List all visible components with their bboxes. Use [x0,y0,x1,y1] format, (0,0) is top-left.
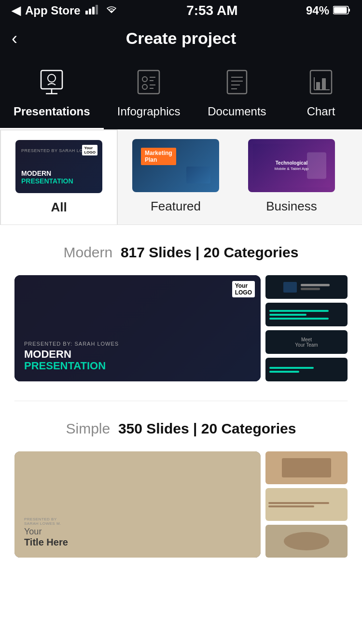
tab-chart-label: Chart [307,105,335,118]
teal-line-4 [269,367,314,369]
simple-stats: 350 Slides | 20 Categories [118,420,296,436]
section-modern: Modern 817 Slides | 20 Categories YourLO… [0,225,362,381]
teal-line-5 [269,371,299,373]
page-header: ‹ Create project [0,21,362,57]
category-tabs: Presentations Infographics [0,57,362,129]
modern-thumb-3[interactable]: MeetYour Team [265,330,348,354]
svg-rect-2 [92,7,95,14]
tab-chart[interactable]: Chart [280,57,362,129]
content-area: Modern 817 Slides | 20 Categories YourLO… [0,225,362,577]
modern-main-preview[interactable]: YourLOGO PRESENTED BY: SARAH LOWES MODER… [14,275,261,381]
tab-documents-label: Documents [208,105,266,118]
subcategory-all[interactable]: PRESENTED BY SARAH LOWES YourLOGO MODERN… [0,129,118,224]
subcategory-featured[interactable]: MarketingPlan Featured [118,129,234,224]
teal-line-2 [269,314,306,316]
business-thumbnail: TechnologicalMobile & Tablet App [248,139,335,192]
section-simple: Simple 350 Slides | 20 Categories Presen… [0,401,362,558]
all-thumbnail: PRESENTED BY SARAH LOWES YourLOGO MODERN… [15,140,102,193]
svg-point-10 [48,74,56,82]
modern-preview-grid: YourLOGO PRESENTED BY: SARAH LOWES MODER… [14,275,348,381]
svg-rect-0 [85,11,88,14]
page-title: Create project [126,29,237,48]
svg-rect-5 [348,9,350,12]
subcategory-all-label: All [51,200,67,215]
chart-icon [304,65,338,99]
status-time: 7:53 AM [186,3,237,18]
featured-thumbnail: MarketingPlan [132,139,219,192]
simple-your: Your [24,527,251,537]
simple-thumb-3[interactable] [265,525,348,558]
signal-bars-icon [85,4,100,17]
modern-thumb-1[interactable] [265,275,348,299]
infographics-icon [132,65,166,99]
subcategory-business-label: Business [266,199,317,214]
svg-rect-18 [227,70,247,94]
svg-rect-26 [316,82,320,90]
modern-thumb-2[interactable] [265,303,348,326]
tab-presentations-label: Presentations [14,105,90,118]
modern-thumb-4[interactable] [265,358,348,381]
svg-rect-6 [334,7,347,14]
simple-title: Title Here [24,537,251,548]
svg-rect-11 [138,70,159,94]
tab-documents[interactable]: Documents [194,57,280,129]
battery-percent: 94% [306,4,329,17]
status-right: 94% [306,4,350,17]
presentations-icon [35,65,69,99]
modern-prefix: Modern [64,244,113,260]
svg-rect-3 [96,5,98,14]
tab-infographics[interactable]: Infographics [104,57,194,129]
svg-rect-1 [89,9,91,14]
simple-thumb-1[interactable] [265,451,348,484]
carrier-label: App Store [25,4,81,17]
svg-rect-7 [41,70,62,89]
battery-icon [333,4,350,17]
back-button[interactable]: ‹ [12,28,17,49]
modern-side-thumbs: MeetYour Team [265,275,348,381]
modern-title: MODERN [24,349,251,360]
subcategory-row: PRESENTED BY SARAH LOWES YourLOGO MODERN… [0,129,362,225]
wifi-icon [105,4,118,17]
subcategory-featured-label: Featured [151,199,201,214]
svg-point-12 [142,77,147,82]
back-carrier-icon: ◀ [12,4,20,17]
svg-rect-27 [322,78,326,90]
modern-logo: YourLOGO [232,281,255,297]
status-bar: ◀ App Store 7:53 AM 94% [0,0,362,21]
modern-subtitle: PRESENTATION [24,360,251,372]
simple-prefix: Simple [66,420,111,436]
teal-line-1 [269,310,329,312]
modern-section-title: Modern 817 Slides | 20 Categories [0,244,362,261]
simple-preview-grid: Presented bySarah Lowes M. Your Title He… [14,451,348,558]
modern-presented-by: PRESENTED BY: SARAH LOWES [24,341,251,347]
simple-main-preview[interactable]: Presented bySarah Lowes M. Your Title He… [14,451,261,558]
teal-line-3 [269,318,329,320]
modern-stats: 817 Slides | 20 Categories [121,244,299,260]
tab-presentations[interactable]: Presentations [0,57,104,129]
subcategory-business[interactable]: TechnologicalMobile & Tablet App Busines… [234,129,349,224]
svg-point-15 [142,84,147,89]
simple-thumb-2[interactable] [265,488,348,521]
tab-infographics-label: Infographics [117,105,181,118]
documents-icon [220,65,254,99]
simple-side-thumbs [265,451,348,558]
simple-section-title: Simple 350 Slides | 20 Categories [0,420,362,437]
status-left: ◀ App Store [12,4,118,17]
